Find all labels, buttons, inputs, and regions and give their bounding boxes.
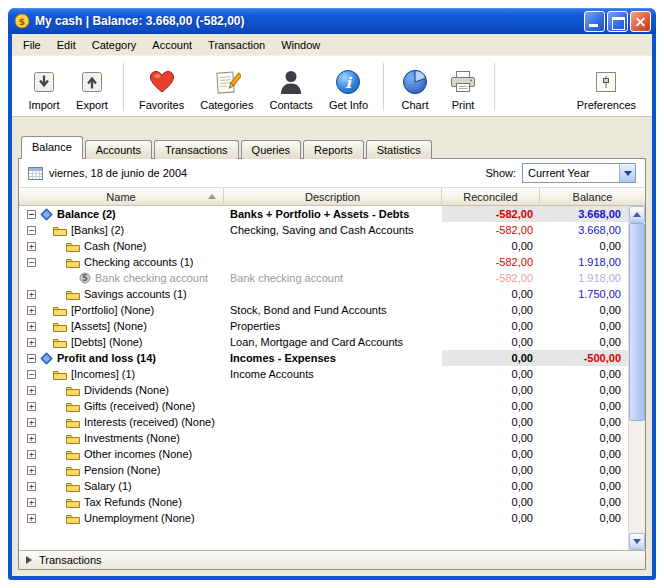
combo-dropdown-button[interactable] [619,164,635,182]
contacts-button[interactable]: Contacts [261,61,320,113]
name-cell: −[Incomes] (1) [19,366,224,382]
period-select[interactable]: Current Year [522,163,636,183]
export-button[interactable]: Export [68,61,116,113]
menu-transaction[interactable]: Transaction [200,36,273,54]
menu-edit[interactable]: Edit [49,36,84,54]
close-button[interactable] [630,11,651,32]
menu-file[interactable]: File [15,36,49,54]
description-cell [224,414,442,430]
scrollbar-track[interactable] [629,223,645,533]
tree-expander-plus-icon[interactable]: + [27,450,36,459]
tree-expander-plus-icon[interactable]: + [27,242,36,251]
balance-cell: 0,00 [540,318,628,334]
tree-indent [40,262,66,263]
print-button[interactable]: Print [439,61,487,113]
folder-icon [66,401,80,412]
tree-expander-plus-icon[interactable]: + [27,434,36,443]
date-bar: viernes, 18 de junio de 2004 Show: Curre… [19,159,645,187]
column-header-balance[interactable]: Balance [540,188,645,205]
tree-expander-plus-icon[interactable]: + [27,338,36,347]
preferences-button[interactable]: Preferences [569,61,644,113]
tree-expander-plus-icon[interactable]: + [27,418,36,427]
tab-transactions[interactable]: Transactions [154,140,239,159]
scroll-up-button[interactable] [629,206,645,223]
window-title: My cash | Balance: 3.668,00 (-582,00) [35,14,579,28]
table-row[interactable]: +Tax Refunds (None)0,000,00 [19,494,628,510]
vertical-scrollbar[interactable] [628,206,645,550]
table-row[interactable]: +Unemployment (None)0,000,00 [19,510,628,526]
table-row[interactable]: −Checking accounts (1)-582,001.918,00 [19,254,628,270]
menu-window[interactable]: Window [273,36,328,54]
categories-button[interactable]: Categories [192,61,261,113]
tree-expander-plus-icon[interactable]: + [27,482,36,491]
import-button[interactable]: Import [20,61,68,113]
tab-balance[interactable]: Balance [21,136,83,159]
table-row[interactable]: −[Incomes] (1)Income Accounts0,000,00 [19,366,628,382]
table-row[interactable]: −[Banks] (2)Checking, Saving and Cash Ac… [19,222,628,238]
folder-icon [66,433,80,444]
get-info-button[interactable]: i Get Info [321,61,376,113]
scroll-down-button[interactable] [629,533,645,550]
column-header-name[interactable]: Name [19,188,224,205]
tree-expander-plus-icon[interactable]: + [27,498,36,507]
table-row[interactable]: +[Portfolio] (None)Stock, Bond and Fund … [19,302,628,318]
tree-expander-plus-icon[interactable]: + [27,322,36,331]
tree-expander-plus-icon[interactable]: + [27,402,36,411]
tree-indent [40,294,66,295]
column-header-description[interactable]: Description [224,188,442,205]
tree-indent [40,310,53,311]
row-name: [Banks] (2) [71,222,124,238]
table-row[interactable]: +Pension (None)0,000,00 [19,462,628,478]
period-select-value: Current Year [523,164,619,182]
toolbar-separator [494,63,495,111]
tab-accounts[interactable]: Accounts [85,140,152,159]
toolbar-spacer [502,61,569,113]
table-row[interactable]: +[Assets] (None)Properties0,000,00 [19,318,628,334]
tab-reports[interactable]: Reports [303,140,364,159]
table-row[interactable]: −Balance (2)Banks + Portfolio + Assets -… [19,206,628,222]
tree-expander-plus-icon[interactable]: + [27,386,36,395]
contacts-label: Contacts [269,99,312,111]
tree-expander-minus-icon[interactable]: − [27,258,36,267]
reconciled-cell: 0,00 [442,238,540,254]
maximize-button[interactable] [607,11,628,32]
favorites-button[interactable]: Favorites [131,61,192,113]
name-cell: +[Assets] (None) [19,318,224,334]
chart-button[interactable]: Chart [391,61,439,113]
export-icon [79,68,105,96]
balance-cell: 0,00 [540,398,628,414]
table-row[interactable]: +Investments (None)0,000,00 [19,430,628,446]
balance-cell: 0,00 [540,302,628,318]
calendar-icon [28,166,43,180]
menu-category[interactable]: Category [84,36,145,54]
minimize-button[interactable] [584,11,605,32]
table-row[interactable]: −Profit and loss (14)Incomes - Expenses0… [19,350,628,366]
table-row[interactable]: +[Debts] (None)Loan, Mortgage and Card A… [19,334,628,350]
tree-expander-plus-icon[interactable]: + [27,290,36,299]
scrollbar-thumb[interactable] [629,223,645,421]
table-row[interactable]: +Salary (1)0,000,00 [19,478,628,494]
tree-expander-plus-icon[interactable]: + [27,514,36,523]
tree-expander-minus-icon[interactable]: − [27,370,36,379]
table-row[interactable]: +Savings accounts (1)0,001.750,00 [19,286,628,302]
tree-expander-plus-icon[interactable]: + [27,466,36,475]
tree-expander-minus-icon[interactable]: − [27,226,36,235]
column-header-reconciled[interactable]: Reconciled [442,188,540,205]
table-row[interactable]: +Dividends (None)0,000,00 [19,382,628,398]
reconciled-cell: 0,00 [442,318,540,334]
table-row[interactable]: +Other incomes (None)0,000,00 [19,446,628,462]
tree-expander-plus-icon[interactable]: + [27,306,36,315]
menu-account[interactable]: Account [144,36,200,54]
transactions-drawer[interactable]: Transactions [19,550,645,569]
tree-expander-minus-icon[interactable]: − [27,354,36,363]
table-row[interactable]: +Interests (received) (None)0,000,00 [19,414,628,430]
table-row[interactable]: +Gifts (received) (None)0,000,00 [19,398,628,414]
name-cell: −Balance (2) [19,206,224,222]
tab-statistics[interactable]: Statistics [366,140,432,159]
table-row[interactable]: SBank checking accountBank checking acco… [19,270,628,286]
table-row[interactable]: +Cash (None)0,000,00 [19,238,628,254]
name-cell: +[Portfolio] (None) [19,302,224,318]
tab-queries[interactable]: Queries [241,140,302,159]
row-name: Balance (2) [57,206,116,222]
tree-expander-minus-icon[interactable]: − [27,210,36,219]
